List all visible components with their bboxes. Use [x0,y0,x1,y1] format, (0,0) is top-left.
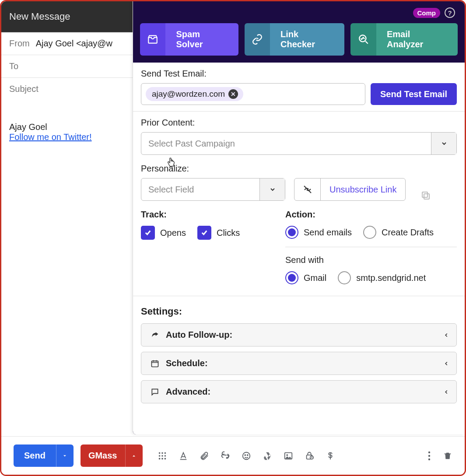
send-emails-radio[interactable] [285,226,298,239]
send-test-button[interactable]: Send Test Email [371,83,457,105]
subject-label: Subject [9,84,39,94]
svg-point-11 [161,458,163,459]
send-button-group: Send [14,444,74,467]
advanced-label: Advanced: [166,387,210,397]
send-test-label: Send Test Email: [141,69,457,79]
auto-followup-label: Auto Follow-up: [166,330,232,340]
more-icon[interactable] [428,451,431,461]
svg-point-10 [158,458,160,459]
emoji-icon[interactable] [242,451,251,461]
prior-content-placeholder: Select Past Campaign [141,133,431,154]
email-analyzer-label: Email Analyzer [376,23,458,56]
svg-point-21 [428,455,430,456]
svg-rect-3 [152,361,158,367]
spam-solver-button[interactable]: Spam Solver [140,23,238,56]
opens-checkbox[interactable] [141,226,155,240]
chevron-down-icon [431,133,456,154]
signature-link[interactable]: Follow me on Twitter! [9,132,92,142]
comp-pill[interactable]: Comp [413,8,441,18]
link-checker-label: Link Checker [270,23,344,56]
personalize-select[interactable]: Select Field [141,178,285,201]
track-label: Track: [141,210,272,220]
auto-followup-accordion[interactable]: Auto Follow-up: [141,323,457,346]
compose-body[interactable]: Ajay Goel Follow me on Twitter! [1,100,133,142]
gmail-label: Gmail [304,273,326,283]
compose-title: New Message [1,1,133,32]
create-drafts-label: Create Drafts [382,228,434,238]
gmass-options-button[interactable] [125,444,143,467]
svg-rect-1 [424,194,429,199]
formatting-grid-icon[interactable] [158,451,167,461]
gmail-radio[interactable] [285,271,298,284]
svg-point-22 [428,458,430,460]
from-field[interactable]: From Ajay Goel <ajay@w [1,32,133,55]
help-icon[interactable]: ? [445,7,455,18]
clicks-checkbox[interactable] [197,226,211,240]
action-label: Action: [285,210,457,220]
drive-icon[interactable] [263,451,272,461]
send-with-label: Send with [285,255,457,265]
text-format-icon[interactable] [179,451,188,461]
unsubscribe-button[interactable]: Unsubscribe Link [294,178,406,201]
svg-point-5 [161,452,163,454]
gmass-panel: Comp ? Spam Solver Link Checker Email [133,1,465,434]
svg-rect-2 [422,192,427,197]
link-checker-button[interactable]: Link Checker [245,23,345,56]
schedule-accordion[interactable]: Schedule: [141,352,457,375]
svg-point-13 [242,452,250,459]
svg-point-7 [158,455,160,457]
to-label: To [9,61,18,71]
advanced-accordion[interactable]: Advanced: [141,380,457,403]
dollar-icon[interactable] [326,451,335,461]
settings-panel: Send Test Email: ajay@wordzen.com ✕ Send… [133,63,465,434]
svg-point-9 [164,455,166,457]
chip-text: ajay@wordzen.com [152,89,225,99]
to-field[interactable]: To [1,55,133,78]
prior-content-label: Prior Content: [141,118,457,128]
top-util-bar: Comp ? [413,7,455,18]
prior-content-select[interactable]: Select Past Campaign [141,132,457,155]
chevron-left-icon [443,332,449,338]
chevron-left-icon [443,360,449,367]
signature-name: Ajay Goel [9,122,125,132]
followup-icon [148,331,161,340]
subject-field[interactable]: Subject [1,78,133,100]
remove-chip-icon[interactable]: ✕ [228,89,238,99]
email-analyzer-button[interactable]: Email Analyzer [350,23,458,56]
send-emails-label: Send emails [304,228,352,238]
link-icon [245,23,270,56]
send-options-button[interactable] [56,444,74,467]
svg-point-14 [245,455,245,455]
personalize-label: Personalize: [141,164,285,174]
confidential-icon[interactable] [305,451,314,461]
svg-point-8 [161,455,163,457]
gmass-button-group: GMass [81,444,143,467]
personalize-placeholder: Select Field [141,178,259,200]
from-label: From [9,38,30,49]
sendgrid-label: smtp.sendgrid.net [356,273,426,283]
unsubscribe-label: Unsubscribe Link [321,178,405,200]
send-button[interactable]: Send [14,444,56,467]
svg-point-20 [428,451,430,453]
attach-icon[interactable] [200,451,209,461]
create-drafts-radio[interactable] [363,226,376,239]
insert-link-icon[interactable] [221,451,230,461]
calendar-icon [148,359,161,368]
image-icon[interactable] [284,451,293,461]
clicks-label: Clicks [217,228,240,238]
gmass-button[interactable]: GMass [81,444,125,467]
svg-point-17 [286,454,288,456]
schedule-label: Schedule: [166,358,208,368]
sendgrid-radio[interactable] [338,271,351,284]
compose-toolbar: Send GMass [1,436,465,475]
svg-point-15 [247,455,248,455]
test-email-input[interactable]: ajay@wordzen.com ✕ [141,83,365,105]
trash-icon[interactable] [443,451,452,461]
from-value: Ajay Goel <ajay@w [36,38,112,49]
chat-icon [148,388,161,396]
opens-label: Opens [160,228,186,238]
email-chip: ajay@wordzen.com ✕ [146,87,243,101]
svg-point-4 [158,452,160,454]
copy-icon[interactable] [420,190,431,201]
chevron-down-icon [259,178,285,200]
